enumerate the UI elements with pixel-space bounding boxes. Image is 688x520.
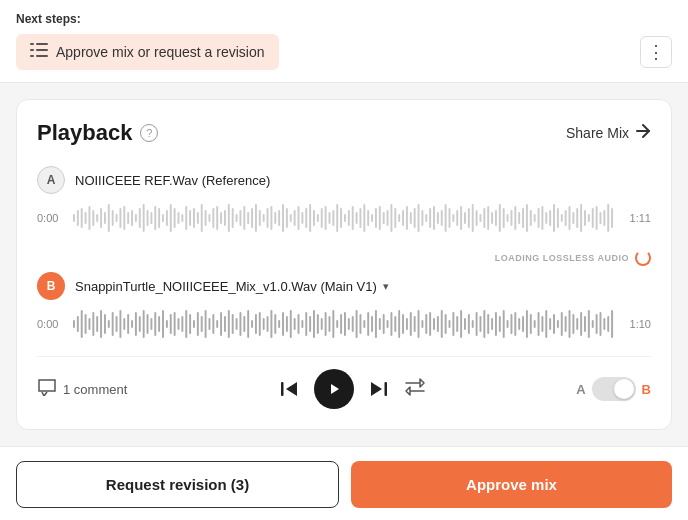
svg-rect-150 — [88, 318, 90, 330]
svg-rect-42 — [212, 208, 214, 228]
svg-rect-194 — [259, 312, 261, 336]
svg-rect-226 — [383, 314, 385, 334]
svg-rect-73 — [332, 210, 334, 226]
svg-rect-162 — [135, 312, 137, 336]
svg-rect-100 — [437, 212, 439, 224]
approve-mix-button[interactable]: Approve mix — [351, 461, 672, 508]
svg-rect-52 — [251, 208, 253, 228]
svg-rect-237 — [425, 314, 427, 334]
svg-rect-55 — [263, 214, 265, 222]
track-b-badge: B — [37, 272, 65, 300]
svg-rect-184 — [220, 312, 222, 336]
svg-rect-275 — [572, 314, 574, 334]
svg-rect-217 — [348, 318, 350, 330]
svg-rect-112 — [483, 208, 485, 228]
three-dots-icon: ⋮ — [647, 41, 666, 63]
svg-rect-169 — [162, 310, 164, 338]
svg-rect-183 — [216, 320, 218, 328]
svg-rect-113 — [487, 206, 489, 230]
svg-rect-91 — [402, 210, 404, 226]
three-dots-button[interactable]: ⋮ — [640, 36, 672, 68]
svg-rect-4 — [30, 55, 34, 57]
svg-rect-44 — [220, 212, 222, 224]
svg-rect-270 — [553, 314, 555, 334]
svg-rect-227 — [387, 320, 389, 328]
svg-rect-186 — [228, 310, 230, 338]
track-a-waveform[interactable] — [73, 200, 615, 236]
svg-rect-179 — [201, 316, 203, 332]
track-b-waveform[interactable] — [73, 306, 615, 342]
svg-rect-259 — [510, 314, 512, 334]
svg-rect-119 — [510, 210, 512, 226]
svg-rect-70 — [321, 208, 323, 228]
svg-rect-248 — [468, 314, 470, 334]
svg-rect-24 — [143, 204, 145, 232]
playback-title-row: Playback ? — [37, 120, 158, 146]
play-button[interactable] — [314, 369, 354, 409]
svg-rect-89 — [394, 208, 396, 228]
svg-rect-284 — [607, 316, 609, 332]
svg-rect-220 — [359, 314, 361, 334]
svg-rect-105 — [456, 210, 458, 226]
svg-rect-97 — [425, 214, 427, 222]
svg-rect-181 — [209, 318, 211, 330]
svg-rect-192 — [251, 320, 253, 328]
svg-rect-3 — [36, 49, 48, 51]
svg-rect-205 — [301, 320, 303, 328]
svg-rect-64 — [298, 206, 300, 230]
svg-rect-138 — [584, 210, 586, 226]
next-steps-label: Next steps: — [16, 12, 672, 26]
svg-rect-41 — [209, 214, 211, 222]
svg-rect-61 — [286, 208, 288, 228]
svg-rect-0 — [30, 43, 34, 45]
svg-rect-77 — [348, 210, 350, 226]
svg-rect-51 — [247, 212, 249, 224]
svg-rect-8 — [81, 208, 83, 228]
svg-rect-177 — [193, 320, 195, 328]
skip-back-button[interactable] — [278, 378, 300, 400]
svg-rect-109 — [472, 204, 474, 232]
svg-rect-189 — [239, 312, 241, 336]
svg-rect-151 — [92, 312, 94, 336]
svg-rect-131 — [557, 208, 559, 228]
svg-rect-87 — [387, 210, 389, 226]
svg-rect-250 — [476, 312, 478, 336]
svg-rect-111 — [480, 214, 482, 222]
svg-rect-32 — [174, 208, 176, 228]
svg-rect-223 — [371, 316, 373, 332]
svg-rect-101 — [441, 210, 443, 226]
svg-rect-252 — [483, 310, 485, 338]
help-icon[interactable]: ? — [140, 124, 158, 142]
request-revision-button[interactable]: Request revision (3) — [16, 461, 339, 508]
ab-toggle-switch[interactable] — [592, 377, 636, 401]
svg-rect-258 — [507, 320, 509, 328]
svg-rect-69 — [317, 214, 319, 222]
svg-rect-136 — [576, 208, 578, 228]
track-b-dropdown-icon[interactable]: ▾ — [383, 280, 389, 293]
svg-rect-242 — [445, 314, 447, 334]
svg-rect-74 — [336, 204, 338, 232]
svg-rect-257 — [503, 310, 505, 338]
svg-rect-166 — [150, 318, 152, 330]
comment-button[interactable]: 1 comment — [37, 378, 127, 401]
svg-rect-198 — [274, 314, 276, 334]
svg-rect-29 — [162, 214, 164, 222]
svg-rect-75 — [340, 208, 342, 228]
track-b-name-row: SnappinTurtle_NOIIICEEE_Mix_v1.0.Wav (Ma… — [75, 279, 389, 294]
svg-rect-46 — [228, 204, 230, 232]
svg-rect-249 — [472, 320, 474, 328]
share-mix-button[interactable]: Share Mix — [566, 123, 651, 143]
svg-rect-58 — [274, 212, 276, 224]
svg-rect-53 — [255, 204, 257, 232]
svg-rect-238 — [429, 312, 431, 336]
repeat-button[interactable] — [404, 377, 426, 402]
svg-rect-182 — [212, 314, 214, 334]
svg-rect-216 — [344, 312, 346, 336]
svg-rect-273 — [565, 316, 567, 332]
svg-rect-72 — [329, 212, 331, 224]
svg-rect-16 — [112, 210, 114, 226]
svg-rect-148 — [81, 310, 83, 338]
skip-forward-button[interactable] — [368, 378, 390, 400]
svg-rect-130 — [553, 204, 555, 232]
svg-rect-108 — [468, 208, 470, 228]
